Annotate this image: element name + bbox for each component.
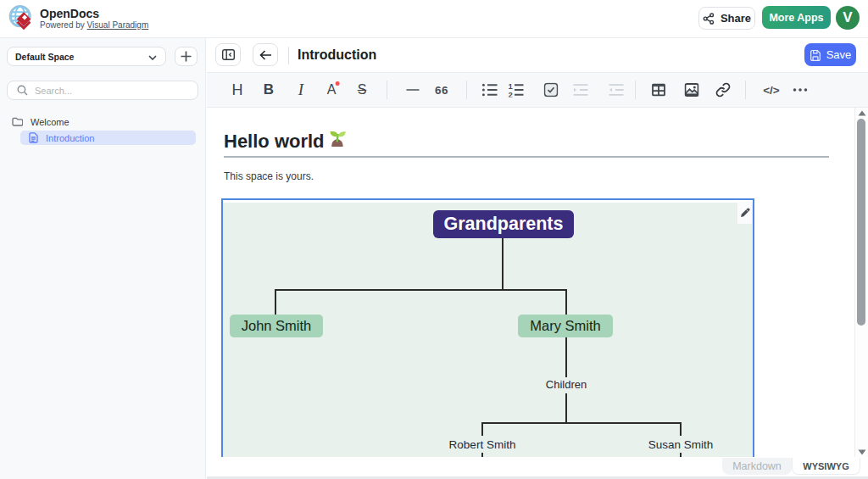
svg-text:2: 2	[509, 90, 513, 97]
